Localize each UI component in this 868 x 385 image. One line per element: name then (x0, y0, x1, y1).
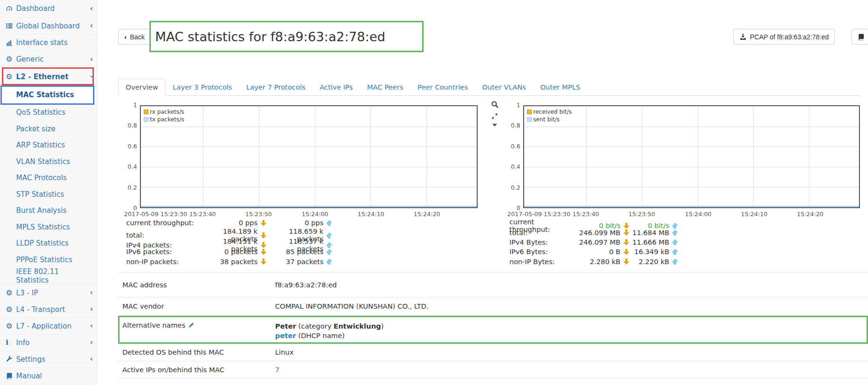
tab-mac-peers[interactable]: MAC Peers (360, 79, 411, 95)
book-icon (6, 372, 16, 379)
chevron-left-icon: ‹ (90, 289, 93, 296)
tab-outer-vlans[interactable]: Outer VLANs (475, 79, 533, 95)
tab-active-ips[interactable]: Active IPs (313, 79, 360, 95)
legend-label: sent bit/s (533, 116, 560, 123)
sidebar-item-l3-ip[interactable]: ⚙L3 - IP‹ (0, 284, 97, 301)
sidebar-item-l4-transport[interactable]: ⚙L4 - Transport‹ (0, 301, 97, 318)
legend-label: tx packets/s (150, 116, 184, 123)
manual-button[interactable]: Ma (851, 29, 868, 45)
sidebar-item-mpls-statistics[interactable]: MPLS Statistics (0, 219, 97, 236)
stat-up-value: 37 packets (268, 258, 323, 266)
sidebar-item-vlan-statistics[interactable]: VLAN Statistics (0, 154, 97, 170)
sidebar-item-label: Manual (16, 372, 42, 380)
sidebar-item-settings[interactable]: Settings‹ (0, 351, 97, 367)
y-tick: 0.4 (121, 163, 137, 170)
sidebar-item-lldp-statistics[interactable]: LLDP Statistics (0, 235, 97, 252)
sidebar-item-generic[interactable]: ⚙Generic‹ (0, 51, 97, 67)
y-tick: 0.8 (121, 122, 137, 129)
x-tick: 15:24:00 (302, 211, 328, 218)
tab-layer-3-protocols[interactable]: Layer 3 Protocols (166, 79, 239, 95)
magnifier-icon[interactable] (491, 101, 499, 109)
alternative-names-value: Peter (category Entwicklung) peter (DHCP… (275, 321, 384, 340)
stats-row: non-IP packets:38 packets37 packets (126, 257, 334, 266)
sidebar-item-label: Burst Analysis (16, 206, 66, 215)
tab-peer-countries[interactable]: Peer Countries (410, 79, 475, 95)
stat-label: total: (509, 229, 576, 237)
edit-pencil-icon[interactable] (188, 322, 194, 329)
sidebar-item-burst-analysis[interactable]: Burst Analysis (0, 202, 97, 219)
page-title: MAC statistics for f8:a9:63:a2:78:ed (151, 29, 385, 44)
bytes-chart-legend: received bit/s sent bit/s (527, 109, 572, 124)
chevron-left-icon: ‹ (90, 356, 93, 363)
bytes-chart[interactable]: received bit/s sent bit/s (523, 105, 860, 208)
annotation-box-green-title: MAC statistics for f8:a9:63:a2:78:ed (149, 21, 424, 52)
legend-label: received bit/s (533, 109, 572, 115)
sidebar-item-manual[interactable]: Manual (0, 367, 97, 384)
received-legend-swatch (527, 110, 532, 114)
sidebar-item-label: IEEE 802.11 Statistics (16, 267, 93, 284)
arrow-up-icon (326, 220, 332, 226)
sidebar-item-label: QoS Statistics (16, 108, 65, 117)
y-tick: 0.2 (121, 184, 137, 191)
x-tick: 2017-05-09 15:23:30 (124, 211, 187, 218)
detail-row-active-ips: Active IPs on/behind this MAC 7 (118, 361, 868, 379)
tab-overview[interactable]: Overview (118, 79, 166, 96)
chevron-left-icon: ‹ (90, 22, 93, 29)
sidebar-item-mac-statistics[interactable]: MAC Statistics (0, 85, 97, 104)
y-tick: 0.4 (504, 163, 520, 170)
sidebar-item-interface-stats[interactable]: Interface stats (0, 34, 97, 51)
sidebar-item-l2-ethernet[interactable]: ⚙L2 - Ethernet‹ (0, 67, 97, 85)
alt-names-label: Alternative names (122, 321, 185, 329)
sidebar-item-stp-statistics[interactable]: STP Statistics (0, 186, 97, 203)
chevron-down-icon: ‹ (88, 75, 95, 78)
gear-icon: ⚙ (6, 322, 16, 330)
sidebar-item-ieee-802-11-statistics[interactable]: IEEE 802.11 Statistics (0, 268, 97, 284)
stat-up-value: 11.684 MB (631, 229, 669, 237)
stats-row: current throughput:0 pps0 pps (126, 218, 334, 228)
y-tick: 1 (121, 101, 137, 109)
stat-label: total: (126, 231, 197, 239)
sidebar-item-pppoe-statistics[interactable]: PPPoE Statistics (0, 252, 97, 268)
arrow-down-icon (623, 239, 629, 245)
dhcp-name-link[interactable]: peter (275, 332, 296, 339)
sidebar-item-mac-protocols[interactable]: MAC Protocols (0, 170, 97, 186)
sidebar-item-qos-statistics[interactable]: QoS Statistics (0, 104, 97, 121)
arrow-up-icon (326, 249, 332, 255)
tab-layer-7-protocols[interactable]: Layer 7 Protocols (239, 79, 313, 95)
detail-label: Detected OS behind this MAC (118, 348, 275, 356)
x-tick: 15:24:10 (358, 211, 384, 218)
chevron-left-icon: ‹ (90, 5, 93, 12)
sidebar-item-global-dashboard[interactable]: Global Dashboard‹ (0, 17, 97, 34)
sidebar-item-l7-application[interactable]: ⚙L7 - Application‹ (0, 318, 97, 334)
back-button[interactable]: ‹ Back (118, 29, 151, 45)
download-icon (739, 33, 747, 40)
stats-row: total:246.099 MB11.684 MB (509, 228, 680, 237)
arrow-down-icon (623, 258, 629, 265)
interface-stats-chart-icon (6, 39, 16, 46)
detected-os-value: Linux (275, 348, 294, 357)
y-tick: 0.6 (121, 143, 137, 150)
tab-outer-mpls[interactable]: Outer MPLS (533, 79, 587, 95)
sidebar-item-arp-statistics[interactable]: ARP Statistics (0, 137, 97, 154)
sidebar-item-label: MAC Statistics (16, 91, 74, 99)
alt-text: (DHCP name) (296, 332, 345, 339)
stat-up-value: 16.349 kB (631, 248, 669, 256)
sidebar-item-packet-size[interactable]: Packet size (0, 121, 97, 138)
x-tick: 15:24:10 (741, 211, 767, 218)
sidebar-item-dashboard[interactable]: Dashboard‹ (0, 0, 97, 17)
stat-up-value: 85 packets (268, 248, 323, 256)
expand-arrows-icon[interactable] (491, 113, 498, 119)
sidebar-item-label: L4 - Transport (16, 305, 65, 314)
sidebar-item-info[interactable]: iInfo‹ (0, 334, 97, 351)
active-ips-link[interactable]: 7 (275, 365, 279, 375)
detail-row-mac-peers: Mac Peers 9 (118, 379, 868, 385)
mac-peers-link[interactable]: 9 (275, 384, 279, 385)
bytes-zero-data-line (524, 206, 859, 207)
mac-vendor-value: COMPAL INFORMATION (KUNSHAN) CO., LTD. (275, 302, 429, 311)
caret-down-icon[interactable] (492, 124, 497, 127)
pcap-download-button[interactable]: PCAP of f8:a9:63:a2:78:ed (733, 29, 835, 45)
chevron-left-icon: ‹ (90, 322, 93, 330)
x-tick: 15:23:40 (189, 211, 216, 218)
packets-chart[interactable]: rx packets/s tx packets/s (140, 105, 478, 208)
detail-row-mac-address: MAC address f8:a9:63:a2:78:ed (118, 273, 868, 297)
